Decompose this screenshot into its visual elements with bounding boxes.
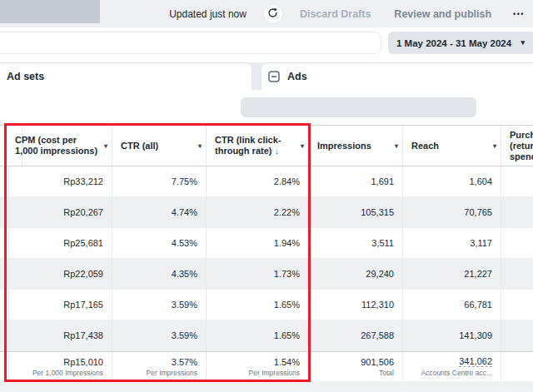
redacted-control xyxy=(241,97,476,117)
cell-ctr-link: 2.22% xyxy=(207,197,309,227)
cell-ctr-all: 4.53% xyxy=(112,228,207,258)
cell-ctr-link: 1.65% xyxy=(207,290,309,320)
sort-descending-icon: ↓ xyxy=(275,146,280,156)
horizontal-scrollbar-track[interactable] xyxy=(0,381,533,392)
cell-impressions: 3,511 xyxy=(309,228,403,258)
cell-cpm: Rp25,681 xyxy=(7,228,112,258)
column-header-label: CTR (all) xyxy=(121,141,158,151)
column-header-impressions[interactable]: Impressions ▾ xyxy=(309,126,403,166)
refresh-button[interactable] xyxy=(263,4,283,24)
column-header-label: CTR (link click-through rate) ↓ xyxy=(215,135,295,156)
cell-reach: 21,227 xyxy=(403,259,501,289)
tab-ad-sets[interactable]: Ad sets xyxy=(0,62,252,90)
chevron-down-icon[interactable]: ▾ xyxy=(198,141,202,151)
cell-ctr-link: 1.94% xyxy=(207,228,309,258)
tab-ads-label: Ads xyxy=(287,71,307,82)
total-cpm: Rp15,010 Per 1,000 Impressions xyxy=(7,352,112,381)
cell-ctr-all: 4.74% xyxy=(112,197,207,227)
column-header-purchase-roas[interactable]: Purch (retur spend xyxy=(501,126,533,166)
column-header-reach[interactable]: Reach ▾ xyxy=(403,126,501,166)
cell-ctr-link: 1.73% xyxy=(207,259,309,289)
chevron-down-icon[interactable]: ▾ xyxy=(493,141,496,151)
total-impressions: 901,506 Total xyxy=(309,352,403,381)
refresh-icon xyxy=(267,7,278,22)
redacted-block xyxy=(0,0,100,23)
cell-ctr-all: 7.75% xyxy=(112,166,207,196)
total-caption: Accounts Centre acc... xyxy=(421,369,492,377)
total-reach: 341,062 Accounts Centre acc... xyxy=(403,352,501,381)
total-caption: Total xyxy=(379,369,394,377)
cell-cpm: Rp20,267 xyxy=(7,197,112,227)
chevron-down-icon[interactable]: ▾ xyxy=(104,141,107,151)
table-totals-row: Rp15,010 Per 1,000 Impressions 3.57% Per… xyxy=(0,351,533,381)
cell-reach: 141,309 xyxy=(403,320,501,350)
filter-bar: 1 May 2024 - 31 May 2024 ▾ xyxy=(0,27,533,62)
cell-ctr-all: 4.35% xyxy=(112,259,207,289)
date-range-label: 1 May 2024 - 31 May 2024 xyxy=(396,38,511,48)
ads-icon xyxy=(268,71,280,82)
metrics-table: CPM (cost per 1,000 impressions) ▾ CTR (… xyxy=(0,125,533,381)
total-caption: Per 1,000 Impressions xyxy=(32,369,103,377)
column-header-label: CPM (cost per 1,000 impressions) xyxy=(15,135,98,156)
review-and-publish-button[interactable]: Review and publish xyxy=(394,8,491,20)
tab-ads[interactable]: Ads xyxy=(261,62,533,90)
column-header-label: Impressions xyxy=(317,141,371,151)
cell-impressions: 105,315 xyxy=(309,197,403,227)
column-header-ctr-all[interactable]: CTR (all) ▾ xyxy=(112,126,207,166)
level-tabs: Ad sets Ads xyxy=(0,62,533,90)
chevron-down-icon[interactable]: ▾ xyxy=(395,141,398,151)
table-header-row: CPM (cost per 1,000 impressions) ▾ CTR (… xyxy=(0,125,533,166)
total-caption: Per Impressions xyxy=(147,369,197,377)
cell-cpm: Rp33,212 xyxy=(7,166,112,196)
table-row: Rp33,212 7.75% 2.84% 1,691 1,604 xyxy=(0,166,533,197)
tab-ad-sets-label: Ad sets xyxy=(7,71,44,82)
column-header-ctr-link[interactable]: CTR (link click-through rate) ↓ ▾ xyxy=(207,126,309,166)
table-row: Rp20,267 4.74% 2.22% 105,315 70,765 xyxy=(0,197,533,228)
cell-cpm: Rp17,438 xyxy=(7,320,112,350)
cell-reach: 66,781 xyxy=(403,290,501,320)
total-ctr-all: 3.57% Per Impressions xyxy=(112,352,207,381)
date-range-selector[interactable]: 1 May 2024 - 31 May 2024 ▾ xyxy=(388,32,533,54)
cell-ctr-all: 3.59% xyxy=(112,320,207,350)
total-ctr-link: 1.54% Per Impressions xyxy=(207,352,309,381)
top-action-bar: Updated just now Discard Drafts Review a… xyxy=(0,0,533,27)
chevron-down-icon: ▾ xyxy=(521,38,525,47)
chevron-down-icon[interactable]: ▾ xyxy=(301,141,304,151)
table-row: Rp17,165 3.59% 1.65% 112,310 66,781 xyxy=(0,290,533,320)
search-input[interactable] xyxy=(0,32,381,54)
cell-impressions: 112,310 xyxy=(309,290,403,320)
cell-reach: 3,117 xyxy=(403,228,501,258)
cell-cpm: Rp17,165 xyxy=(7,290,112,320)
cell-reach: 70,765 xyxy=(403,197,501,227)
cell-ctr-link: 2.84% xyxy=(207,166,309,196)
cell-ctr-link: 1.65% xyxy=(207,320,309,350)
cell-reach: 1,604 xyxy=(403,166,501,196)
discard-drafts-button[interactable]: Discard Drafts xyxy=(300,8,371,20)
more-options-button[interactable]: ••• xyxy=(511,7,526,22)
total-caption: Per Impressions xyxy=(249,369,300,377)
updated-status-text: Updated just now xyxy=(169,8,247,20)
table-row: Rp22,059 4.35% 1.73% 29,240 21,227 xyxy=(0,259,533,290)
table-row: Rp17,438 3.59% 1.65% 267,588 141,309 xyxy=(0,320,533,351)
cell-impressions: 267,588 xyxy=(309,320,403,350)
column-header-cpm[interactable]: CPM (cost per 1,000 impressions) ▾ xyxy=(7,126,112,166)
table-row: Rp25,681 4.53% 1.94% 3,511 3,117 xyxy=(0,228,533,259)
cell-impressions: 29,240 xyxy=(309,259,403,289)
cell-cpm: Rp22,059 xyxy=(7,259,112,289)
cell-ctr-all: 3.59% xyxy=(112,290,207,320)
column-header-label: Reach xyxy=(411,141,439,151)
column-header-label: Purch (retur spend xyxy=(510,130,533,162)
cell-impressions: 1,691 xyxy=(309,166,403,196)
